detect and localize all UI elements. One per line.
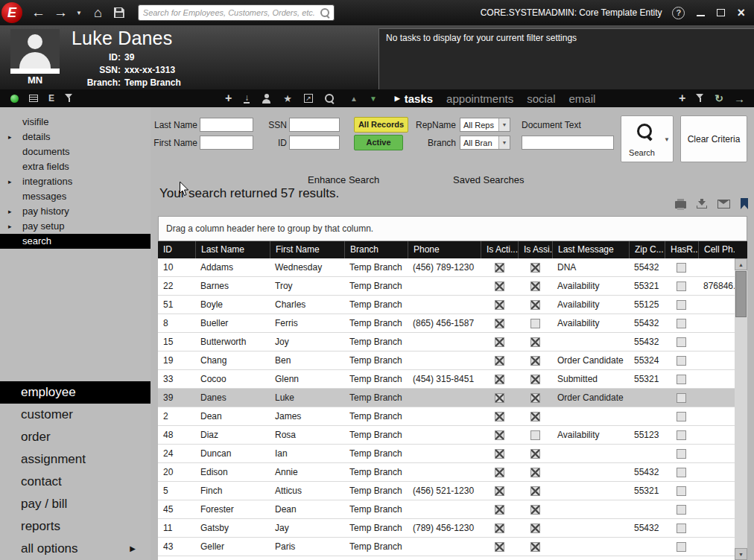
sidebar-nav-item[interactable]: ▸ extra fields bbox=[0, 159, 151, 174]
table-row[interactable]: 43 Geller Paris Temp Branch bbox=[158, 538, 735, 556]
table-row[interactable]: 24 Duncan Ian Temp Branch bbox=[158, 445, 735, 463]
table-row[interactable]: 10 Addams Wednesday Temp Branch (456) 78… bbox=[158, 258, 735, 277]
sidebar-nav-item[interactable]: ▸ integrations bbox=[0, 174, 151, 189]
has-resume-checkbox[interactable] bbox=[677, 524, 686, 533]
is-active-checkbox[interactable] bbox=[495, 281, 504, 291]
chevron-down-icon[interactable]: ▼ bbox=[498, 136, 510, 149]
has-resume-checkbox[interactable] bbox=[677, 542, 686, 552]
is-assigned-checkbox[interactable] bbox=[530, 524, 540, 533]
search-icon[interactable] bbox=[325, 94, 335, 104]
is-active-checkbox[interactable] bbox=[495, 300, 504, 310]
filter-icon[interactable] bbox=[65, 94, 73, 103]
star-icon[interactable]: ★ bbox=[283, 94, 292, 104]
has-resume-checkbox[interactable] bbox=[677, 319, 686, 328]
is-assigned-checkbox[interactable] bbox=[530, 281, 540, 291]
sidebar-nav-item[interactable]: ▸ search bbox=[0, 234, 151, 249]
has-resume-checkbox[interactable] bbox=[677, 375, 686, 384]
toolbar-tab[interactable]: ▶ social bbox=[527, 92, 555, 105]
is-assigned-checkbox[interactable] bbox=[530, 542, 540, 552]
column-header[interactable]: Is Acti... bbox=[481, 241, 518, 258]
is-assigned-checkbox[interactable] bbox=[530, 486, 540, 496]
is-active-checkbox[interactable] bbox=[495, 337, 504, 347]
help-icon[interactable]: ? bbox=[672, 7, 685, 19]
vertical-scrollbar[interactable]: ▲ ▼ bbox=[735, 258, 747, 560]
card-icon[interactable] bbox=[29, 95, 38, 102]
table-row[interactable]: 33 Cocoo Glenn Temp Branch (454) 315-845… bbox=[158, 370, 735, 389]
print-icon[interactable] bbox=[675, 201, 686, 209]
download-icon[interactable] bbox=[697, 199, 707, 209]
has-resume-checkbox[interactable] bbox=[677, 449, 686, 459]
document-text-input[interactable] bbox=[522, 136, 614, 150]
add-icon[interactable]: + bbox=[225, 92, 232, 104]
sidebar-section-item[interactable]: reports ▶ bbox=[0, 515, 151, 538]
next-icon[interactable]: ▼ bbox=[370, 95, 377, 103]
has-resume-checkbox[interactable] bbox=[677, 281, 686, 291]
sidebar-section-item[interactable]: customer ▶ bbox=[0, 404, 151, 426]
export-icon[interactable]: ↗ bbox=[304, 94, 313, 103]
scroll-down-icon[interactable]: ▼ bbox=[735, 548, 747, 560]
table-row[interactable]: 51 Boyle Charles Temp Branch Availabilit… bbox=[158, 296, 735, 314]
is-active-checkbox[interactable] bbox=[495, 468, 504, 477]
id-input[interactable] bbox=[289, 136, 340, 150]
table-row[interactable]: 39 Danes Luke Temp Branch Order Candidat… bbox=[158, 389, 735, 407]
home-icon[interactable]: ⌂ bbox=[94, 6, 102, 19]
is-active-checkbox[interactable] bbox=[495, 430, 504, 440]
table-row[interactable]: 2 Dean James Temp Branch bbox=[158, 407, 735, 426]
column-header[interactable]: Last Name bbox=[195, 241, 270, 258]
repname-select[interactable]: All Reps ▼ bbox=[460, 118, 510, 132]
is-active-checkbox[interactable] bbox=[495, 505, 504, 515]
go-to-icon[interactable]: → bbox=[734, 93, 745, 104]
is-assigned-checkbox[interactable] bbox=[530, 263, 540, 273]
first-name-input[interactable] bbox=[200, 136, 253, 150]
table-row[interactable]: 8 Bueller Ferris Temp Branch (865) 456-1… bbox=[158, 314, 735, 333]
sidebar-section-item[interactable]: contact ▶ bbox=[0, 471, 151, 493]
bookmark-icon[interactable] bbox=[741, 198, 748, 209]
column-header[interactable]: ID bbox=[158, 241, 195, 258]
is-active-checkbox[interactable] bbox=[495, 412, 504, 421]
toolbar-tab[interactable]: ▶ tasks bbox=[395, 92, 433, 105]
enhance-search-link[interactable]: Enhance Search bbox=[308, 174, 379, 185]
is-active-checkbox[interactable] bbox=[495, 356, 504, 366]
column-header[interactable]: Phone bbox=[408, 241, 481, 258]
active-toggle[interactable]: Active bbox=[354, 135, 403, 150]
previous-icon[interactable]: ▲ bbox=[350, 95, 358, 103]
sidebar-section-item[interactable]: order ▶ bbox=[0, 426, 151, 448]
has-resume-checkbox[interactable] bbox=[677, 468, 686, 477]
table-row[interactable]: 22 Barnes Troy Temp Branch Availability … bbox=[158, 277, 735, 296]
toolbar-tab[interactable]: ▶ appointments bbox=[446, 92, 513, 105]
group-by-dropzone[interactable]: Drag a column header here to group by th… bbox=[158, 216, 747, 241]
column-header[interactable]: HasR... bbox=[665, 241, 698, 258]
filter-tasks-icon[interactable] bbox=[696, 94, 704, 103]
refresh-icon[interactable]: ↻ bbox=[715, 93, 723, 104]
is-active-checkbox[interactable] bbox=[495, 393, 504, 403]
sidebar-nav-item[interactable]: ▸ messages bbox=[0, 189, 151, 204]
history-dropdown-icon[interactable]: ▼ bbox=[76, 10, 82, 16]
has-resume-checkbox[interactable] bbox=[677, 505, 686, 515]
column-header[interactable]: Cell Ph... bbox=[698, 241, 735, 258]
has-resume-checkbox[interactable] bbox=[677, 486, 686, 496]
sidebar-section-item[interactable]: all options ▶ bbox=[0, 538, 151, 560]
forward-icon[interactable]: → bbox=[54, 5, 68, 20]
import-icon[interactable]: ↓ bbox=[244, 94, 250, 104]
is-active-checkbox[interactable] bbox=[495, 263, 504, 273]
is-assigned-checkbox[interactable] bbox=[530, 412, 540, 421]
all-records-toggle[interactable]: All Records bbox=[354, 117, 408, 133]
has-resume-checkbox[interactable] bbox=[677, 263, 686, 273]
search-button[interactable]: Search ▼ bbox=[621, 115, 674, 162]
entity-icon[interactable]: E bbox=[48, 93, 54, 104]
table-row[interactable]: 20 Edison Annie Temp Branch 55432 bbox=[158, 463, 735, 482]
table-row[interactable]: 15 Butterworth Joy Temp Branch 55432 bbox=[158, 333, 735, 351]
column-header[interactable]: First Name bbox=[270, 241, 344, 258]
clear-criteria-button[interactable]: Clear Criteria bbox=[680, 115, 747, 162]
column-header[interactable]: Branch bbox=[344, 241, 408, 258]
is-assigned-checkbox[interactable] bbox=[530, 505, 540, 515]
is-assigned-checkbox[interactable] bbox=[530, 300, 540, 310]
has-resume-checkbox[interactable] bbox=[677, 356, 686, 366]
column-header[interactable]: Is Assi... bbox=[518, 241, 552, 258]
chevron-down-icon[interactable]: ▼ bbox=[498, 118, 510, 131]
maximize-icon[interactable] bbox=[717, 9, 725, 16]
sidebar-section-item[interactable]: assignment ▶ bbox=[0, 448, 151, 471]
email-icon[interactable] bbox=[717, 200, 730, 209]
is-active-checkbox[interactable] bbox=[495, 319, 504, 328]
is-assigned-checkbox[interactable] bbox=[530, 337, 540, 347]
